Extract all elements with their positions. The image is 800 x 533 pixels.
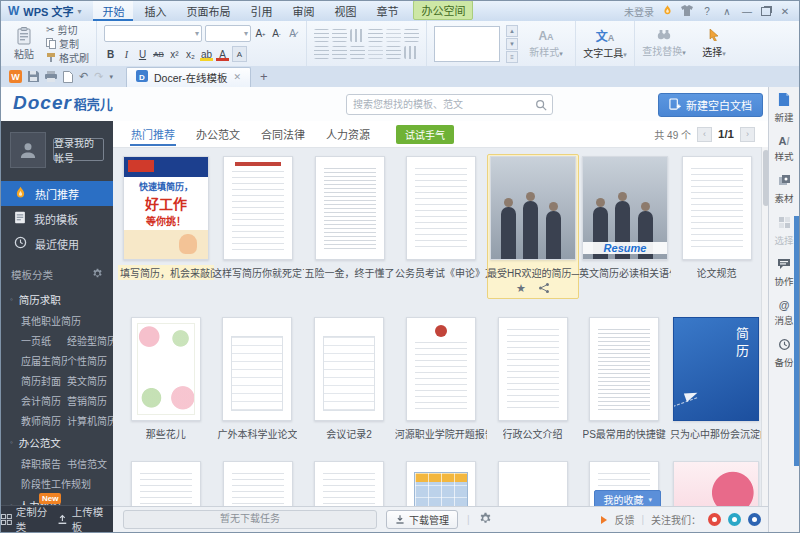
template-card[interactable]	[395, 459, 487, 506]
share-icon[interactable]	[538, 280, 550, 298]
menu-tab[interactable]: 办公空间	[413, 0, 473, 20]
text-tool-button[interactable]: 文A 文字工具▾	[583, 27, 627, 60]
template-card[interactable]: 论文规范	[671, 154, 762, 299]
new-document-icon[interactable]	[63, 71, 73, 83]
category-item[interactable]: 计算机简历	[67, 413, 113, 428]
paragraph-tools-row1[interactable]	[314, 29, 419, 42]
collapse-ribbon-button[interactable]: ∧	[721, 6, 733, 17]
paste-button[interactable]: 粘贴	[8, 27, 40, 61]
category-group-title[interactable]: ◦办公范文	[1, 430, 113, 453]
bold-button[interactable]: B	[104, 47, 117, 61]
underline-button[interactable]: U	[136, 47, 149, 61]
login-button[interactable]: 登录我的帐号	[53, 138, 104, 161]
category-item[interactable]: 教师简历	[21, 413, 67, 428]
template-card[interactable]: 那些花儿	[120, 315, 212, 443]
menu-tab[interactable]: 引用	[241, 0, 281, 21]
font-family-select[interactable]: ▾	[104, 25, 202, 42]
star-icon[interactable]: ★	[516, 283, 526, 294]
restore-button[interactable]	[761, 7, 771, 16]
prev-page-button[interactable]: ‹	[697, 127, 712, 142]
social-icon-renren[interactable]	[748, 513, 761, 526]
template-card[interactable]: 广外本科学业论文	[212, 315, 304, 443]
template-card[interactable]	[303, 459, 395, 506]
quickbar-dropdown-icon[interactable]: ▾	[109, 73, 113, 81]
paragraph-tools-row2[interactable]	[314, 46, 419, 59]
template-card[interactable]: 公务员考试《申论》万	[395, 154, 487, 299]
settings-gear-icon[interactable]	[479, 512, 492, 527]
sidebar-nav-item[interactable]: 我的模板	[1, 206, 113, 231]
category-group-title[interactable]: ◦简历求职	[1, 287, 113, 310]
category-item[interactable]: 简历封面	[21, 373, 67, 388]
menu-tab[interactable]: 审阅	[283, 0, 323, 21]
copy-button[interactable]: 复制	[46, 38, 89, 50]
template-card[interactable]: 这样写简历你就死定了	[212, 154, 304, 299]
category-item[interactable]: 其他职业简历	[21, 313, 113, 328]
lucky-button[interactable]: 试试手气	[396, 125, 454, 144]
new-blank-doc-button[interactable]: 新建空白文档	[658, 93, 763, 117]
char-shading-button[interactable]: A	[232, 46, 247, 62]
minimize-button[interactable]: —	[741, 6, 753, 17]
category-item[interactable]: 经验型简历	[67, 333, 113, 348]
expand-arrow-icon[interactable]	[601, 516, 607, 524]
clear-format-icon[interactable]: A̷	[286, 27, 299, 41]
redo-icon[interactable]: ↷	[94, 70, 103, 83]
shrink-font-button[interactable]: A-	[270, 27, 283, 41]
document-tab[interactable]: D Docer-在线模板 ✕	[126, 67, 251, 87]
category-item[interactable]: 辞职报告	[21, 456, 67, 471]
highlight-color-button[interactable]: ab	[200, 47, 213, 61]
font-size-select[interactable]: ▾	[205, 25, 251, 42]
content-tab[interactable]: 合同法律	[260, 122, 306, 146]
login-status[interactable]: 未登录	[624, 4, 654, 19]
select-button[interactable]: 选择▾	[692, 29, 736, 59]
gear-icon[interactable]	[92, 268, 103, 281]
close-button[interactable]: ✕	[779, 6, 791, 17]
template-card[interactable]: 简历只为心中那份会沉淀的梦	[670, 315, 762, 443]
category-item[interactable]: 一页纸	[21, 333, 67, 348]
template-card[interactable]: 行政公文介绍	[487, 315, 579, 443]
category-item[interactable]: 个性简历	[67, 353, 113, 368]
style-gallery[interactable]	[434, 26, 500, 62]
wps-home-icon[interactable]: W	[9, 70, 22, 83]
search-input[interactable]	[347, 99, 535, 110]
rail-item-新建[interactable]: 新建	[769, 87, 799, 129]
font-color-button[interactable]: A	[216, 47, 229, 61]
next-page-button[interactable]: ›	[740, 127, 755, 142]
tab-close-icon[interactable]: ✕	[233, 72, 241, 82]
print-icon[interactable]	[45, 71, 57, 82]
rail-item-样式[interactable]: A/样式	[769, 129, 799, 168]
social-icon-weibo[interactable]	[708, 513, 721, 526]
category-item[interactable]: 应届生简历	[21, 353, 67, 368]
template-card[interactable]: 五险一金，终于懂了	[304, 154, 395, 299]
template-card[interactable]: 快速填简历，好工作等你挑！填写简历，机会来敲门	[120, 154, 212, 299]
flame-hot-icon[interactable]	[662, 4, 673, 18]
sidebar-nav-item[interactable]: 热门推荐	[1, 181, 113, 206]
social-icon-qq[interactable]	[728, 513, 741, 526]
category-item[interactable]: 会计简历	[21, 393, 67, 408]
menu-tab[interactable]: 页面布局	[177, 0, 239, 21]
style-gallery-arrows[interactable]: ▲▼≡	[506, 25, 518, 63]
template-card[interactable]: 河源职业学院开题报告	[395, 315, 487, 443]
sidebar-nav-item[interactable]: 最近使用	[1, 231, 113, 256]
template-card[interactable]	[120, 459, 212, 506]
find-replace-button[interactable]: 查找替换▾	[642, 29, 686, 58]
category-item[interactable]: 英文简历	[67, 373, 113, 388]
template-card[interactable]: 会议记录2	[303, 315, 395, 443]
template-card[interactable]: 最受HR欢迎的简历—★	[487, 154, 579, 299]
help-button[interactable]: ?	[701, 6, 713, 17]
new-style-button[interactable]: AA 新样式▾	[524, 29, 568, 59]
italic-button[interactable]: I	[120, 47, 133, 61]
download-manager-button[interactable]: 下载管理	[386, 510, 458, 529]
template-card[interactable]	[212, 459, 304, 506]
grow-font-button[interactable]: A+	[254, 27, 267, 41]
save-icon[interactable]	[28, 71, 39, 82]
upload-template-button[interactable]: 上传模板	[57, 504, 113, 532]
superscript-button[interactable]: x²	[168, 47, 181, 61]
template-card[interactable]: PS最常用的快捷键	[578, 315, 670, 443]
menu-tab[interactable]: 视图	[325, 0, 365, 21]
content-tab[interactable]: 热门推荐	[130, 122, 176, 146]
feedback-link[interactable]: 反馈	[614, 512, 634, 527]
cut-button[interactable]: ✂剪切	[46, 24, 89, 36]
app-logo[interactable]: W WPS 文字 ▾	[8, 3, 81, 19]
content-tab[interactable]: 人力资源	[325, 122, 371, 146]
template-card[interactable]	[670, 459, 762, 506]
